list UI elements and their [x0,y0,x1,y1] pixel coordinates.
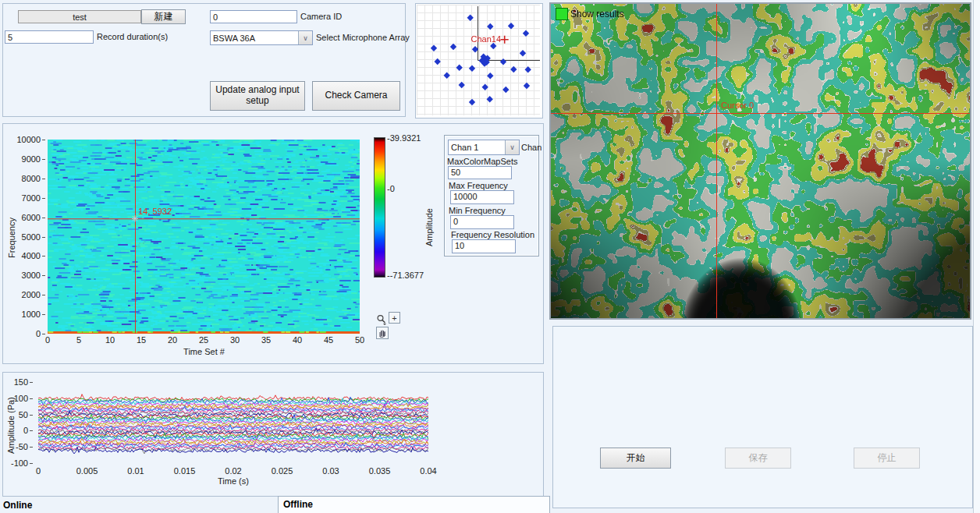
tick-label: 10 [93,335,127,345]
channel-label: Chan [521,143,541,152]
record-duration-field[interactable]: 5 [5,30,94,44]
camera-id-field[interactable]: 0 [210,10,297,23]
show-results-led[interactable] [556,8,568,20]
min-frequency-label: Min Frequency [449,206,506,215]
tick-label: 2000 [14,290,45,299]
record-duration-label: Record duration(s) [97,32,168,41]
colorbar-max-value: -39.9321 [387,133,421,143]
tick-label: 25 [186,335,221,345]
run-control-panel: 开始 保存 停止 [552,326,973,508]
microphone-array-value: BSWA 36A [211,34,298,43]
tab-offline[interactable]: Offline [278,496,550,513]
spectrogram-plot[interactable] [48,140,360,334]
tick-label: 0 [30,335,65,345]
tick-label: 5000 [14,232,45,242]
update-analog-input-button[interactable]: Update analog input setup [210,81,305,111]
new-project-button[interactable]: 新建 [141,9,186,24]
tick-label: 5 [62,335,96,345]
min-frequency-field[interactable]: 0 [450,215,514,229]
stop-button[interactable]: 停止 [854,448,920,469]
amplitude-colorbar [374,137,385,278]
tick-label: 0.025 [265,466,300,476]
tick-label: 0.01 [119,466,153,476]
zoom-tool-icon[interactable] [375,313,388,326]
start-button[interactable]: 开始 [600,448,671,469]
frequency-resolution-field[interactable]: 10 [452,239,516,253]
tick-label: 40 [280,335,314,345]
tick-label: 0.02 [216,466,250,476]
check-camera-button[interactable]: Check Camera [312,81,400,111]
frequency-resolution-label: Frequency Resolution [451,230,534,239]
channel-value: Chan 1 [449,143,505,152]
save-button[interactable]: 保存 [725,448,791,469]
colorbar-min-value: --71.3677 [387,271,424,280]
waveform-xlabel: Time (s) [198,476,268,486]
maxcolormapsets-label: MaxColorMapSets [447,157,517,166]
cursor-tool-icon[interactable]: + [389,312,400,324]
spectrogram-panel: Frequency 100009000800070006000500040003… [2,123,544,364]
mic-array-scatter-plot[interactable] [417,5,540,115]
tick-label: 15 [124,335,158,345]
project-name-value: test [73,12,87,22]
tick-label: 4000 [14,251,45,260]
tick-label: 0 [21,466,55,476]
project-name-field[interactable]: test [18,10,141,23]
tick-label: 20 [155,335,190,345]
tick-label: 45 [311,335,346,345]
tick-label: 30 [218,335,252,345]
tick-label: 6000 [14,213,45,222]
max-frequency-label: Max Frequency [449,181,508,190]
tick-label: 0.04 [411,466,446,476]
show-results-label: Show results [570,9,624,19]
max-frequency-field[interactable]: 10000 [450,190,514,204]
tick-label: 1000 [14,310,45,319]
waveform-panel: Amplitude (Pa) 150100500-50-100 00.0050.… [2,372,544,497]
tick-label: 35 [249,335,283,345]
chevron-down-icon[interactable]: ∨ [298,31,312,44]
config-panel: test 新建 5 Record duration(s) 0 Camera ID… [2,3,406,117]
tick-label: 3000 [14,271,45,280]
acoustic-heatmap-image[interactable] [551,4,970,318]
spectrogram-xlabel: Time Set # [159,347,249,356]
waveform-plot[interactable] [38,382,428,465]
pan-hand-tool-icon[interactable] [376,327,389,339]
acoustic-camera-view[interactable]: Show results [549,2,971,320]
tab-online[interactable]: Online [3,500,32,511]
tick-label: 7000 [14,193,45,203]
tick-label: 150 [6,377,33,387]
tick-label: -50 [6,442,33,451]
application-window: test 新建 5 Record duration(s) 0 Camera ID… [0,0,980,513]
microphone-array-select[interactable]: BSWA 36A ∨ [210,30,313,45]
colorbar-mid-value: -0 [387,184,395,193]
tick-label: 9000 [14,154,45,164]
tick-label: 10000 [14,135,45,144]
colorbar-label: Amplitude [424,208,434,246]
tick-label: 0 [6,426,33,435]
chevron-down-icon[interactable]: ∨ [505,140,519,154]
tick-label: 0.03 [314,466,348,476]
microphone-array-label: Select Microphone Array [316,33,410,42]
mic-array-plot-panel [415,3,543,119]
maxcolormapsets-field[interactable]: 50 [448,166,512,179]
tick-label: 0.015 [168,466,202,476]
window-edge-strip [973,0,980,513]
tick-label: 0.005 [70,466,105,476]
tab-offline-label: Offline [283,499,313,510]
camera-id-label: Camera ID [300,12,342,21]
tick-label: 100 [6,394,33,403]
channel-select[interactable]: Chan 1 ∨ [448,140,520,155]
tick-label: 8000 [14,174,45,183]
tick-label: 50 [343,335,377,345]
analysis-controls-frame: Chan 1 ∨ Chan MaxColorMapSets 50 Max Fre… [444,135,539,256]
tick-label: 50 [6,410,33,419]
tick-label: 0.035 [363,466,397,476]
